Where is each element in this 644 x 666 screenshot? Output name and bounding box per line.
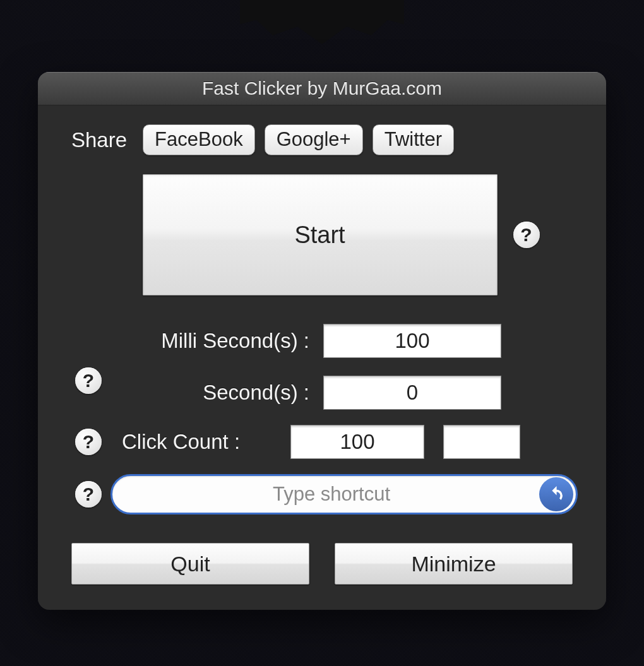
- minimize-button-label: Minimize: [411, 552, 496, 576]
- help-icon[interactable]: ?: [513, 222, 540, 248]
- minimize-button[interactable]: Minimize: [335, 543, 573, 585]
- share-twitter-button[interactable]: Twitter: [373, 124, 454, 155]
- click-count-extra-input[interactable]: [443, 425, 520, 459]
- milliseconds-row: Milli Second(s) :: [117, 324, 578, 358]
- start-row: Start ?: [104, 174, 578, 295]
- share-facebook-button[interactable]: FaceBook: [143, 124, 255, 155]
- interval-block: ? Milli Second(s) : Second(s) :: [66, 324, 578, 410]
- footer-row: Quit Minimize: [66, 543, 578, 585]
- revert-icon[interactable]: [539, 477, 573, 511]
- help-icon[interactable]: ?: [75, 429, 102, 455]
- window-content: Share FaceBook Google+ Twitter Start ? ?…: [38, 105, 606, 610]
- share-googleplus-button[interactable]: Google+: [265, 124, 363, 155]
- shortcut-placeholder: Type shortcut: [273, 483, 390, 506]
- bat-decoration: [240, 0, 404, 44]
- share-label: Share: [71, 128, 127, 152]
- app-window: Fast Clicker by MurGaa.com Share FaceBoo…: [38, 72, 606, 610]
- milliseconds-input[interactable]: [323, 324, 501, 358]
- settings-rows: ? Milli Second(s) : Second(s) : ?: [66, 324, 578, 514]
- help-icon[interactable]: ?: [75, 367, 102, 394]
- milliseconds-label: Milli Second(s) :: [117, 329, 323, 353]
- click-count-row: ? Click Count :: [66, 425, 578, 459]
- click-count-input[interactable]: [290, 425, 424, 459]
- title-bar: Fast Clicker by MurGaa.com: [38, 72, 606, 105]
- help-icon[interactable]: ?: [75, 481, 102, 508]
- start-button-label: Start: [294, 222, 345, 249]
- start-button[interactable]: Start: [143, 174, 498, 295]
- shortcut-field[interactable]: Type shortcut: [110, 474, 578, 514]
- seconds-input[interactable]: [323, 376, 501, 410]
- click-count-label: Click Count :: [110, 430, 290, 454]
- quit-button-label: Quit: [170, 552, 210, 576]
- seconds-row: Second(s) :: [117, 376, 578, 410]
- shortcut-row: ? Type shortcut: [66, 474, 578, 514]
- quit-button[interactable]: Quit: [71, 543, 309, 585]
- window-title: Fast Clicker by MurGaa.com: [202, 78, 442, 99]
- seconds-label: Second(s) :: [117, 381, 323, 405]
- click-count-inputs: [290, 425, 520, 459]
- share-row: Share FaceBook Google+ Twitter: [66, 124, 578, 155]
